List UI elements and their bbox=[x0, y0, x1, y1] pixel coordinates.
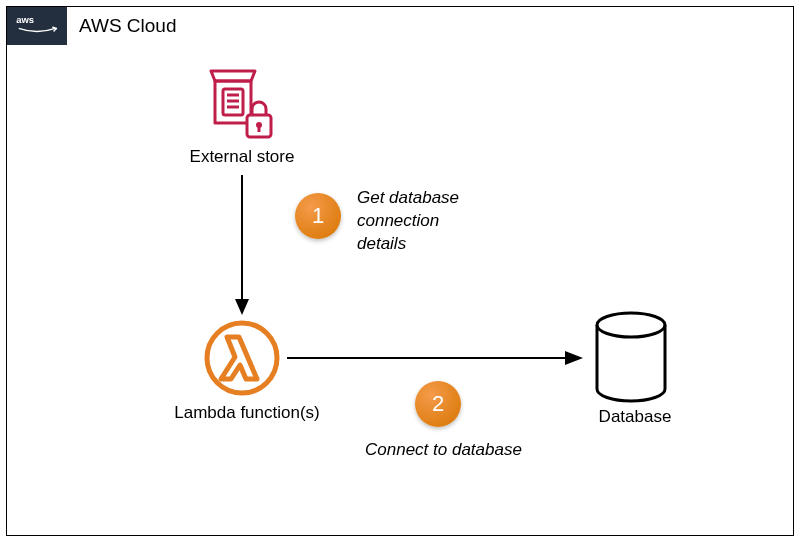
svg-point-11 bbox=[207, 323, 277, 393]
external-store-icon bbox=[197, 65, 281, 143]
database-icon bbox=[592, 311, 670, 403]
step-1-badge: 1 bbox=[295, 193, 341, 239]
lambda-label: Lambda function(s) bbox=[157, 403, 337, 423]
external-store-label: External store bbox=[167, 147, 317, 167]
lambda-icon bbox=[203, 319, 281, 397]
step-1-text: Get database connection details bbox=[357, 187, 459, 256]
cloud-boundary: aws AWS Cloud bbox=[6, 6, 794, 536]
arrow-lambda-to-database bbox=[287, 351, 583, 365]
aws-logo-icon: aws bbox=[15, 12, 59, 40]
svg-point-14 bbox=[597, 313, 665, 337]
step-1-number: 1 bbox=[312, 203, 324, 229]
svg-text:aws: aws bbox=[16, 14, 34, 25]
step-2-text: Connect to database bbox=[365, 439, 522, 462]
arrow-store-to-lambda bbox=[235, 175, 249, 315]
step-2-badge: 2 bbox=[415, 381, 461, 427]
aws-logo-box: aws bbox=[7, 7, 67, 45]
svg-marker-10 bbox=[235, 299, 249, 315]
database-label: Database bbox=[565, 407, 705, 427]
step-2-number: 2 bbox=[432, 391, 444, 417]
svg-marker-13 bbox=[565, 351, 583, 365]
cloud-title: AWS Cloud bbox=[79, 15, 177, 37]
